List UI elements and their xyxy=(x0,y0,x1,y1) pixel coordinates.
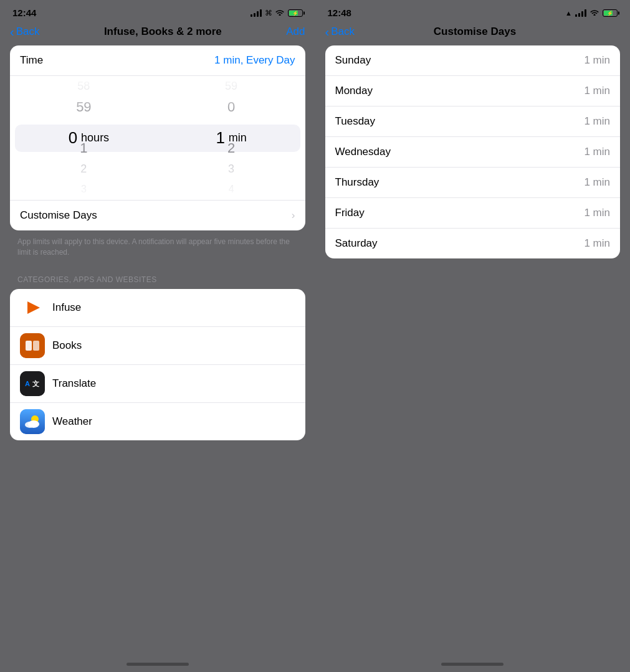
friday-value: 1 min xyxy=(584,207,610,219)
day-row-friday[interactable]: Friday 1 min xyxy=(325,198,621,229)
time-value: 1 min, Every Day xyxy=(214,54,295,67)
thursday-label: Thursday xyxy=(335,176,379,189)
signal-bar-r2 xyxy=(578,13,580,17)
infuse-name: Infuse xyxy=(52,301,81,314)
picker-min-2: 2 xyxy=(158,138,305,159)
right-wifi-icon xyxy=(589,8,599,17)
day-row-thursday[interactable]: Thursday 1 min xyxy=(325,168,621,198)
saturday-label: Saturday xyxy=(335,237,378,250)
tuesday-label: Tuesday xyxy=(335,115,376,128)
right-status-bar: 12:48 ▲ ⚡ xyxy=(315,0,631,21)
picker-hour-1: 1 xyxy=(10,138,158,159)
day-row-wednesday[interactable]: Wednesday 1 min xyxy=(325,137,621,168)
monday-value: 1 min xyxy=(584,85,610,97)
right-chevron-icon: ‹ xyxy=(325,26,330,38)
weather-icon xyxy=(20,409,45,434)
left-home-indicator xyxy=(126,663,189,666)
left-back-label: Back xyxy=(16,26,40,38)
signal-bar-1 xyxy=(251,14,252,17)
app-item-weather[interactable]: Weather xyxy=(10,403,305,440)
customise-days-label: Customise Days xyxy=(20,209,97,222)
app-item-translate[interactable]: A 文 Translate xyxy=(10,365,305,403)
picker-hour-3: 3 xyxy=(10,179,158,200)
sunday-value: 1 min xyxy=(584,54,610,67)
left-nav-bar: ‹ Back Infuse, Books & 2 more Add xyxy=(0,21,315,45)
left-nav-title: Infuse, Books & 2 more xyxy=(104,26,222,38)
left-back-button[interactable]: ‹ Back xyxy=(10,26,39,38)
picker-hour-0 xyxy=(10,117,158,138)
left-main-card: Time 1 min, Every Day 0 hours 1 min 58 xyxy=(10,45,305,230)
right-nav-title: Customise Days xyxy=(434,26,516,38)
left-nav-add[interactable]: Add xyxy=(286,26,305,38)
day-row-tuesday[interactable]: Tuesday 1 min xyxy=(325,106,621,137)
picker-min-4: 4 xyxy=(158,179,305,200)
left-status-icons: ⌘ ⚡ xyxy=(251,8,302,17)
saturday-value: 1 min xyxy=(584,237,610,250)
svg-text:A: A xyxy=(25,380,30,387)
translate-icon: A 文 xyxy=(20,371,45,396)
left-status-bar: 12:44 ⌘ ⚡ xyxy=(0,0,315,21)
books-name: Books xyxy=(52,339,82,352)
svg-rect-4 xyxy=(33,341,39,351)
left-phone-screen: 12:44 ⌘ ⚡ ‹ Back Infuse, Books & 2 more … xyxy=(0,0,315,672)
right-back-button[interactable]: ‹ Back xyxy=(325,26,355,38)
picker-hour-2: 2 xyxy=(10,159,158,179)
right-status-icons: ▲ ⚡ xyxy=(565,8,618,17)
signal-bar-2 xyxy=(254,13,255,17)
right-battery-bolt: ⚡ xyxy=(607,10,613,16)
app-list-card: Infuse Books A 文 Translate xyxy=(10,289,305,440)
battery-bolt: ⚡ xyxy=(292,10,298,16)
wednesday-label: Wednesday xyxy=(335,146,391,158)
left-chevron-icon: ‹ xyxy=(10,26,14,38)
hours-column: 58 59 1 2 3 xyxy=(10,76,158,200)
svg-text:文: 文 xyxy=(32,380,39,387)
monday-label: Monday xyxy=(335,85,373,97)
days-card: Sunday 1 min Monday 1 min Tuesday 1 min … xyxy=(325,45,621,258)
section-header: CATEGORIES, APPS AND WEBSITES xyxy=(0,264,315,289)
day-row-sunday[interactable]: Sunday 1 min xyxy=(325,45,621,76)
customise-chevron-icon: › xyxy=(292,209,295,222)
svg-rect-3 xyxy=(26,341,32,351)
books-icon xyxy=(20,333,45,358)
sunday-label: Sunday xyxy=(335,54,371,67)
picker-hour-58: 58 xyxy=(10,76,158,97)
time-row: Time 1 min, Every Day xyxy=(10,45,305,75)
right-signal-bars xyxy=(575,9,586,17)
picker-hour-59: 59 xyxy=(10,97,158,117)
right-nav-bar: ‹ Back Customise Days xyxy=(315,21,631,45)
picker-min-0: 0 xyxy=(158,97,305,117)
time-picker[interactable]: 0 hours 1 min 58 59 1 2 3 xyxy=(10,75,305,200)
app-item-books[interactable]: Books xyxy=(10,327,305,365)
info-text: App limits will apply to this device. A … xyxy=(0,230,315,264)
thursday-value: 1 min xyxy=(584,176,610,189)
right-phone-screen: 12:48 ▲ ⚡ ‹ Back Customise Days xyxy=(315,0,631,672)
right-home-indicator xyxy=(441,663,504,666)
signal-bar-r3 xyxy=(581,11,583,17)
left-time: 12:44 xyxy=(12,7,36,18)
tuesday-value: 1 min xyxy=(584,115,610,128)
time-label: Time xyxy=(20,54,43,67)
location-icon: ▲ xyxy=(565,9,572,17)
friday-label: Friday xyxy=(335,207,365,219)
signal-bar-3 xyxy=(257,11,259,17)
svg-point-11 xyxy=(28,420,39,428)
picker-min-3: 3 xyxy=(158,159,305,179)
customise-days-row[interactable]: Customise Days › xyxy=(10,200,305,230)
left-signal-bars xyxy=(251,9,262,17)
picker-columns: 58 59 1 2 3 59 0 2 3 4 xyxy=(10,76,305,200)
right-battery-icon: ⚡ xyxy=(603,9,618,17)
right-time: 12:48 xyxy=(328,7,351,18)
mins-column: 59 0 2 3 4 xyxy=(158,76,305,200)
days-list: Sunday 1 min Monday 1 min Tuesday 1 min … xyxy=(325,45,621,258)
svg-rect-2 xyxy=(20,333,45,358)
signal-bar-4 xyxy=(260,9,262,17)
right-back-label: Back xyxy=(331,26,355,38)
day-row-saturday[interactable]: Saturday 1 min xyxy=(325,229,621,258)
left-wifi-icon: ⌘ xyxy=(265,8,284,17)
app-item-infuse[interactable]: Infuse xyxy=(10,289,305,327)
left-battery-icon: ⚡ xyxy=(288,9,303,17)
day-row-monday[interactable]: Monday 1 min xyxy=(325,76,621,106)
signal-bar-r1 xyxy=(575,14,577,17)
picker-min-59: 59 xyxy=(158,76,305,97)
weather-name: Weather xyxy=(52,415,92,428)
